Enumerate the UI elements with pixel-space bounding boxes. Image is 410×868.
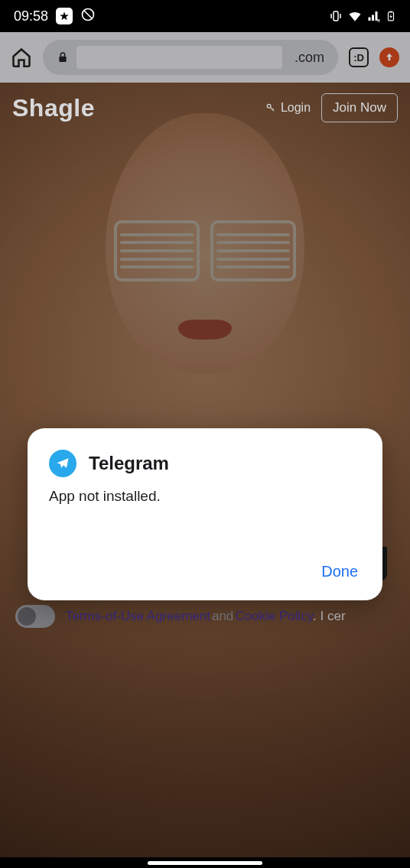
dialog-done-button[interactable]: Done [318, 558, 361, 585]
lock-icon [57, 51, 69, 63]
telegram-icon [49, 450, 76, 477]
app-not-installed-dialog: Telegram App not installed. Done [28, 428, 382, 600]
key-icon [265, 102, 276, 113]
url-redacted [76, 46, 282, 69]
consent-toggle[interactable] [15, 605, 55, 628]
battery-icon [386, 8, 396, 24]
android-status-bar: 09:58 [0, 0, 410, 32]
browser-toolbar: .com :D [0, 32, 410, 83]
browser-update-icon[interactable] [379, 47, 399, 67]
consent-row: Terms-of-Use AgreementandCookie Policy. … [0, 605, 410, 628]
cell-signal-icon [367, 9, 381, 23]
cookie-link[interactable]: Cookie Policy [235, 609, 313, 623]
vibrate-icon [329, 9, 343, 23]
site-header: Shagle Login Join Now [0, 93, 410, 122]
url-suffix: .com [294, 50, 324, 66]
consent-tail: . I cer [313, 609, 346, 623]
browser-home-icon[interactable] [11, 47, 32, 68]
status-clock: 09:58 [14, 8, 48, 24]
join-now-button[interactable]: Join Now [321, 93, 398, 122]
svg-rect-1 [334, 11, 338, 21]
login-label: Login [281, 101, 311, 115]
terms-link[interactable]: Terms-of-Use Agreement [66, 609, 210, 623]
login-link[interactable]: Login [265, 101, 311, 115]
dialog-message: App not installed. [49, 488, 361, 505]
webpage-viewport: Shagle Login Join Now Terms-of-Use Agree… [0, 83, 410, 857]
svg-rect-3 [389, 11, 392, 13]
tab-switcher-button[interactable]: :D [349, 47, 369, 67]
keyboard-app-icon [56, 8, 73, 24]
dialog-title: Telegram [89, 453, 169, 474]
svg-rect-4 [59, 57, 66, 62]
browser-url-bar[interactable]: .com [43, 40, 338, 75]
gesture-pill[interactable] [148, 861, 262, 865]
consent-and: and [212, 609, 233, 623]
no-sim-icon [80, 7, 96, 26]
brand-logo[interactable]: Shagle [12, 94, 95, 122]
wifi-icon [347, 8, 363, 24]
android-nav-bar [0, 857, 410, 868]
svg-point-5 [267, 104, 271, 108]
